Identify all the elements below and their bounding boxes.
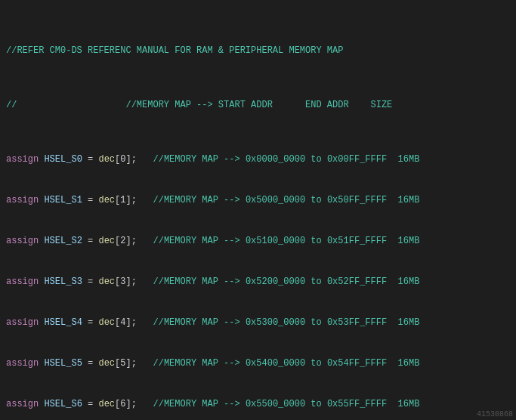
code-editor: //REFER CM0-DS REFERENC MANUAL FOR RAM &… [0,0,516,420]
code-line-8: assign HSEL_S5 = dec[5]; //MEMORY MAP --… [6,357,510,370]
comment-text: // //MEMORY MAP --> START ADDR END ADDR … [6,98,392,112]
code-line-6: assign HSEL_S3 = dec[3]; //MEMORY MAP --… [6,275,510,289]
code-line-4: assign HSEL_S1 = dec[1]; //MEMORY MAP --… [6,193,510,207]
code-line-1: //REFER CM0-DS REFERENC MANUAL FOR RAM &… [6,44,510,57]
code-line-3: assign HSEL_S0 = dec[0]; //MEMORY MAP --… [6,153,510,166]
code-line-5: assign HSEL_S2 = dec[2]; //MEMORY MAP --… [6,234,510,248]
comment-text: //REFER CM0-DS REFERENC MANUAL FOR RAM &… [6,44,343,57]
code-line-9: assign HSEL_S6 = dec[6]; //MEMORY MAP --… [6,397,510,411]
watermark: 41530868 [477,410,513,418]
code-line-2: // //MEMORY MAP --> START ADDR END ADDR … [6,98,510,112]
code-line-7: assign HSEL_S4 = dec[4]; //MEMORY MAP --… [6,316,510,329]
